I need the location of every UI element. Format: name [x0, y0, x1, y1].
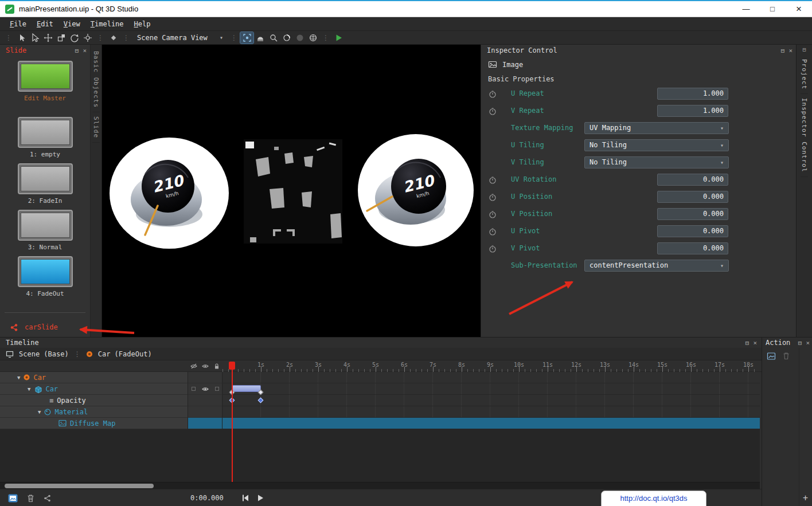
select-tool-icon[interactable]	[15, 32, 28, 44]
slide-item-master[interactable]: Edit Master	[14, 61, 77, 102]
play-icon[interactable]	[256, 493, 265, 503]
rotate-tool-icon[interactable]	[68, 32, 81, 44]
property-value-input[interactable]: 0.000	[657, 242, 728, 254]
slide-item-3[interactable]: 3: Normal	[14, 210, 77, 251]
close-panel-icon[interactable]: ×	[806, 339, 810, 347]
slide-image-icon[interactable]	[8, 494, 18, 503]
property-value-input[interactable]: 1.000	[657, 88, 728, 100]
shy-toggle-icon[interactable]	[192, 387, 196, 391]
delete-icon[interactable]	[27, 494, 34, 503]
playhead-handle[interactable]	[229, 362, 235, 370]
close-panel-icon[interactable]: ×	[83, 47, 87, 54]
close-button[interactable]: ×	[786, 1, 812, 17]
animate-toggle-icon[interactable]	[489, 193, 497, 201]
property-value-input[interactable]: 0.000	[657, 191, 728, 203]
time-ruler[interactable]: 1s 2s 3s 4s 5s 6s 7s 8s 9s 10s 11s 12s 1…	[222, 360, 760, 372]
sub-presentation-dropdown[interactable]: contentPresentation ▾	[584, 260, 729, 272]
expander-icon[interactable]: ▼	[28, 386, 30, 392]
row-track[interactable]	[222, 372, 760, 383]
fit-selected-icon[interactable]	[240, 32, 253, 44]
add-action-icon[interactable]: +	[803, 493, 808, 503]
camera-view-dropdown[interactable]: Scene Camera View ▾	[137, 34, 223, 42]
row-name-cell[interactable]: ▼ Car	[0, 372, 188, 383]
skip-to-start-icon[interactable]	[241, 493, 250, 503]
minimize-button[interactable]: —	[733, 1, 759, 17]
eye-toggle-icon[interactable]	[202, 386, 209, 393]
row-track[interactable]	[222, 383, 760, 395]
timeline-row-material[interactable]: ▼ Material	[0, 406, 760, 418]
timeline-row-car-group[interactable]: ▼ Car	[0, 372, 760, 383]
float-panel-icon[interactable]: ⊟	[798, 339, 802, 347]
animate-toggle-icon[interactable]	[489, 210, 497, 218]
slide-controller-item[interactable]: carSlide	[0, 321, 90, 334]
animate-toggle-icon[interactable]	[489, 107, 497, 115]
menu-view[interactable]: View	[58, 20, 85, 28]
autoset-keyframe-icon[interactable]	[107, 32, 120, 44]
animate-toggle-icon[interactable]	[489, 90, 497, 98]
keyframe-marker[interactable]	[258, 390, 264, 395]
menu-edit[interactable]: Edit	[32, 20, 58, 28]
delete-action-icon[interactable]	[783, 352, 790, 360]
eye-toggle-icon[interactable]	[202, 363, 209, 370]
row-name-cell[interactable]: ▼ Material	[0, 406, 188, 418]
toolbar-drag-handle-icon[interactable]: ⋮	[2, 34, 15, 42]
slide-item-4[interactable]: 4: FadeOut	[14, 256, 77, 297]
keyframe-marker[interactable]	[258, 398, 264, 403]
tab-slide[interactable]: Slide	[92, 112, 100, 143]
row-track[interactable]	[222, 406, 760, 418]
property-value-input[interactable]: 1.000	[657, 105, 728, 117]
row-name-cell[interactable]: ▼ Car	[0, 383, 188, 395]
property-dropdown[interactable]: No Tiling ▾	[584, 156, 729, 168]
wireframe-globe-icon[interactable]	[306, 32, 319, 44]
scrollbar-thumb[interactable]	[5, 484, 154, 488]
group-select-tool-icon[interactable]	[28, 32, 41, 44]
tab-basic-objects[interactable]: Basic Objects	[92, 47, 100, 112]
breadcrumb-component[interactable]: Car (FadeOut)	[98, 350, 152, 358]
close-panel-icon[interactable]: ×	[788, 47, 793, 54]
helper-grid-icon[interactable]	[293, 32, 306, 44]
timeline-horizontal-scrollbar[interactable]	[0, 482, 760, 489]
timeline-row-diffuse-map[interactable]: Diffuse Map	[0, 418, 760, 429]
preview-play-icon[interactable]	[332, 32, 345, 44]
row-track-selected[interactable]	[222, 418, 760, 429]
property-value-input[interactable]: 0.000	[657, 174, 728, 186]
expander-icon[interactable]: ▼	[38, 409, 41, 415]
animate-toggle-icon[interactable]	[489, 245, 497, 253]
shy-toggle-icon[interactable]	[190, 363, 197, 370]
share-icon[interactable]	[44, 495, 51, 502]
menu-help[interactable]: Help	[129, 20, 156, 28]
lock-toggle-icon[interactable]	[213, 363, 220, 370]
float-panel-icon[interactable]: ⊟	[802, 46, 806, 53]
row-name-cell[interactable]: ≡ Opacity	[0, 395, 188, 406]
timeline-row-car-object[interactable]: ▼ Car	[0, 383, 760, 395]
float-panel-icon[interactable]: ⊟	[781, 47, 785, 54]
property-value-input[interactable]: 0.000	[657, 208, 728, 220]
maximize-button[interactable]: □	[759, 1, 786, 17]
breadcrumb-scene[interactable]: Scene (Base)	[19, 350, 69, 358]
property-dropdown[interactable]: No Tiling ▾	[584, 139, 729, 151]
orbit-tool-icon[interactable]	[280, 32, 293, 44]
expander-icon[interactable]: ▼	[17, 375, 20, 381]
animate-toggle-icon[interactable]	[489, 227, 497, 236]
time-bar[interactable]	[232, 385, 261, 392]
zoom-tool-icon[interactable]	[267, 32, 280, 44]
tab-inspector-control[interactable]: Inspector Control	[801, 94, 808, 177]
orientation-toggle-icon[interactable]	[81, 32, 94, 44]
row-track[interactable]	[222, 395, 760, 406]
scale-tool-icon[interactable]	[54, 32, 68, 44]
property-value-input[interactable]: 0.000	[657, 225, 728, 237]
slide-item-2[interactable]: 2: FadeIn	[14, 163, 77, 205]
float-panel-icon[interactable]: ⊟	[745, 339, 749, 347]
new-action-icon[interactable]	[767, 352, 776, 360]
timeline-row-opacity[interactable]: ≡ Opacity	[0, 395, 760, 406]
tab-project[interactable]: Project	[801, 55, 808, 94]
animate-toggle-icon[interactable]	[489, 176, 497, 184]
menu-timeline[interactable]: Timeline	[85, 20, 129, 28]
row-name-cell[interactable]: Diffuse Map	[0, 418, 188, 429]
shading-mode-icon[interactable]	[253, 32, 267, 44]
property-dropdown[interactable]: UV Mapping ▾	[584, 122, 729, 134]
close-panel-icon[interactable]: ×	[753, 339, 757, 347]
float-panel-icon[interactable]: ⊟	[75, 47, 79, 54]
move-tool-icon[interactable]	[41, 32, 54, 44]
scene-viewport[interactable]: 210 km/h	[102, 45, 481, 337]
